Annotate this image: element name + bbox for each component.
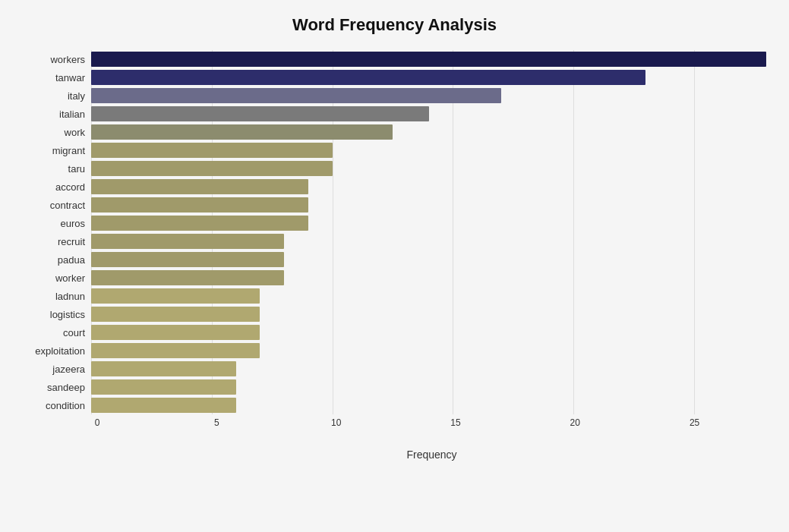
y-label: workers bbox=[50, 50, 85, 68]
y-label: ladnun bbox=[55, 287, 85, 305]
bar bbox=[91, 179, 308, 194]
bar-row bbox=[91, 141, 766, 159]
y-label: logistics bbox=[50, 305, 85, 323]
y-label: work bbox=[65, 123, 85, 141]
y-label: jazeera bbox=[52, 360, 85, 378]
y-label: migrant bbox=[52, 141, 85, 159]
bar bbox=[91, 234, 284, 249]
bar-row bbox=[91, 396, 766, 414]
bar bbox=[91, 343, 260, 358]
y-label: italian bbox=[59, 105, 85, 123]
bar-row bbox=[91, 305, 766, 323]
x-tick: 5 bbox=[214, 417, 219, 428]
y-label: accord bbox=[55, 178, 85, 196]
y-label: condition bbox=[46, 396, 85, 414]
bar-row bbox=[91, 269, 766, 287]
bar bbox=[91, 307, 260, 322]
bar bbox=[91, 52, 766, 67]
bars-section: workerstanwaritalyitalianworkmigranttaru… bbox=[23, 50, 766, 414]
chart-area: workerstanwaritalyitalianworkmigranttaru… bbox=[23, 50, 766, 461]
bar-row bbox=[91, 50, 766, 68]
bar bbox=[91, 161, 333, 176]
bar bbox=[91, 70, 645, 85]
y-label: padua bbox=[58, 250, 85, 269]
bar-row bbox=[91, 159, 766, 178]
x-axis: 0510152025 bbox=[97, 417, 766, 427]
bar bbox=[91, 143, 333, 158]
y-label: euros bbox=[60, 214, 85, 232]
x-tick: 0 bbox=[95, 417, 100, 428]
bar-row bbox=[91, 68, 766, 87]
chart-container: Word Frequency Analysis workerstanwarita… bbox=[0, 0, 789, 532]
y-label: italy bbox=[68, 87, 85, 105]
x-tick: 20 bbox=[570, 417, 580, 428]
bar-row bbox=[91, 323, 766, 342]
bar-row bbox=[91, 287, 766, 305]
bar-row bbox=[91, 342, 766, 360]
x-axis-label: Frequency bbox=[97, 449, 766, 461]
y-label: contract bbox=[50, 196, 85, 214]
bar-row bbox=[91, 196, 766, 214]
bar-row bbox=[91, 105, 766, 123]
bar bbox=[91, 124, 393, 140]
bar bbox=[91, 270, 284, 285]
bar-row bbox=[91, 123, 766, 141]
bar bbox=[91, 288, 260, 304]
bar-row bbox=[91, 178, 766, 196]
y-label: recruit bbox=[58, 232, 85, 250]
y-label: sandeep bbox=[47, 378, 85, 396]
y-label: court bbox=[63, 323, 85, 342]
chart-title: Word Frequency Analysis bbox=[23, 15, 766, 35]
x-tick: 10 bbox=[331, 417, 341, 428]
bar bbox=[91, 252, 284, 267]
y-label: exploitation bbox=[35, 342, 85, 360]
bar bbox=[91, 216, 308, 231]
bar-row bbox=[91, 250, 766, 269]
bar-row bbox=[91, 232, 766, 250]
y-label: worker bbox=[55, 269, 85, 287]
bar bbox=[91, 325, 260, 340]
y-label: tanwar bbox=[55, 68, 85, 87]
bar bbox=[91, 379, 236, 395]
bar bbox=[91, 106, 429, 121]
bar-row bbox=[91, 360, 766, 378]
bar bbox=[91, 398, 236, 413]
bars-and-grid bbox=[91, 50, 766, 414]
x-tick: 25 bbox=[690, 417, 699, 428]
x-tick: 15 bbox=[450, 417, 460, 428]
bar-row bbox=[91, 214, 766, 232]
bar bbox=[91, 361, 236, 376]
bar bbox=[91, 88, 501, 103]
bar bbox=[91, 197, 308, 212]
bar-row bbox=[91, 87, 766, 105]
y-labels: workerstanwaritalyitalianworkmigranttaru… bbox=[23, 50, 91, 414]
bar-row bbox=[91, 378, 766, 396]
y-label: taru bbox=[68, 159, 85, 178]
